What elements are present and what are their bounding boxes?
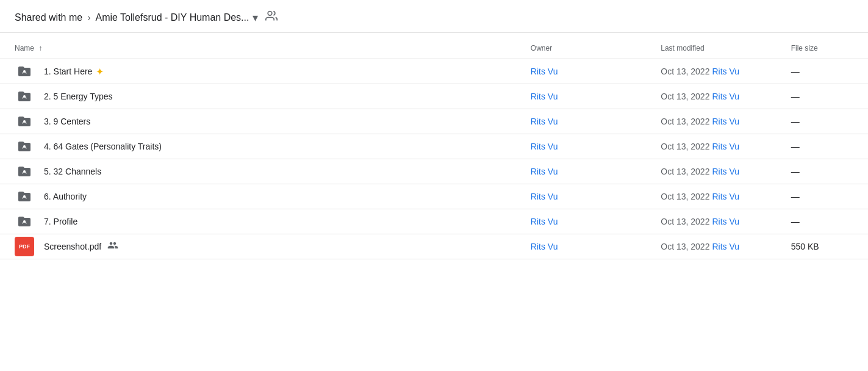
file-name-text: 4. 64 Gates (Personality Traits) — [44, 142, 162, 151]
cell-name: 6. Authority — [0, 184, 521, 209]
modified-user-link[interactable]: Rits Vu — [712, 67, 739, 76]
cell-modified: Oct 13, 2022Rits Vu — [651, 59, 781, 84]
cell-name: 1. Start Here✦ — [0, 59, 521, 84]
file-name-container: 4. 64 Gates (Personality Traits) — [0, 137, 521, 156]
folder-icon — [15, 87, 34, 106]
cell-modified: Oct 13, 2022Rits Vu — [651, 109, 781, 134]
folder-icon — [15, 62, 34, 81]
owner-link[interactable]: Rits Vu — [531, 117, 558, 126]
file-name-container: 5. 32 Channels — [0, 162, 521, 181]
table-row[interactable]: 1. Start Here✦Rits VuOct 13, 2022Rits Vu… — [0, 59, 868, 84]
cell-name: PDFScreenshot.pdf — [0, 234, 521, 259]
cell-name: 4. 64 Gates (Personality Traits) — [0, 134, 521, 159]
column-header-modified[interactable]: Last modified — [651, 38, 781, 59]
folder-icon — [15, 212, 34, 231]
svg-point-0 — [268, 12, 273, 16]
file-name-container: 7. Profile — [0, 212, 521, 231]
cell-modified: Oct 13, 2022Rits Vu — [651, 234, 781, 259]
breadcrumb-separator: › — [87, 12, 90, 23]
modified-date: Oct 13, 2022 — [661, 142, 709, 151]
file-name-container: 3. 9 Centers — [0, 112, 521, 131]
file-name-text: Screenshot.pdf — [44, 240, 118, 253]
cell-name: 5. 32 Channels — [0, 159, 521, 184]
cell-size: — — [781, 184, 868, 209]
modified-user-link[interactable]: Rits Vu — [712, 167, 739, 176]
cell-owner: Rits Vu — [521, 109, 651, 134]
cell-size: 550 KB — [781, 234, 868, 259]
cell-name: 7. Profile — [0, 209, 521, 234]
breadcrumb-people-icon — [265, 10, 278, 25]
modified-user-link[interactable]: Rits Vu — [712, 117, 739, 126]
file-name-text: 2. 5 Energy Types — [44, 92, 113, 101]
owner-link[interactable]: Rits Vu — [531, 242, 558, 251]
modified-user-link[interactable]: Rits Vu — [712, 242, 739, 251]
cell-size: — — [781, 159, 868, 184]
column-header-owner[interactable]: Owner — [521, 38, 651, 59]
owner-link[interactable]: Rits Vu — [531, 92, 558, 101]
cell-size: — — [781, 134, 868, 159]
owner-link[interactable]: Rits Vu — [531, 192, 558, 201]
column-header-name[interactable]: Name ↑ — [0, 38, 521, 59]
folder-icon — [15, 187, 34, 206]
pdf-icon: PDF — [15, 237, 34, 256]
cell-owner: Rits Vu — [521, 134, 651, 159]
cell-size: — — [781, 109, 868, 134]
file-name-container: 2. 5 Energy Types — [0, 87, 521, 106]
breadcrumb-bar: Shared with me › Amie Tollefsrud - DIY H… — [0, 0, 868, 33]
modified-date: Oct 13, 2022 — [661, 117, 709, 126]
table-row[interactable]: PDFScreenshot.pdf Rits VuOct 13, 2022Rit… — [0, 234, 868, 259]
modified-date: Oct 13, 2022 — [661, 242, 709, 251]
current-folder-name: Amie Tollefsrud - DIY Human Des... — [96, 12, 249, 23]
file-name-text: 3. 9 Centers — [44, 117, 90, 126]
folder-icon — [15, 137, 34, 156]
modified-user-link[interactable]: Rits Vu — [712, 92, 739, 101]
cell-modified: Oct 13, 2022Rits Vu — [651, 209, 781, 234]
cell-owner: Rits Vu — [521, 84, 651, 109]
cell-owner: Rits Vu — [521, 59, 651, 84]
modified-user-link[interactable]: Rits Vu — [712, 217, 739, 226]
breadcrumb-dropdown-icon[interactable]: ▾ — [253, 11, 258, 24]
modified-user-link[interactable]: Rits Vu — [712, 192, 739, 201]
table-row[interactable]: 7. ProfileRits VuOct 13, 2022Rits Vu— — [0, 209, 868, 234]
cell-size: — — [781, 209, 868, 234]
cell-size: — — [781, 84, 868, 109]
owner-link[interactable]: Rits Vu — [531, 167, 558, 176]
owner-link[interactable]: Rits Vu — [531, 142, 558, 151]
owner-link[interactable]: Rits Vu — [531, 67, 558, 76]
file-name-text: 1. Start Here✦ — [44, 66, 104, 77]
cell-modified: Oct 13, 2022Rits Vu — [651, 159, 781, 184]
cell-modified: Oct 13, 2022Rits Vu — [651, 134, 781, 159]
column-header-size[interactable]: File size — [781, 38, 868, 59]
file-name-text: 5. 32 Channels — [44, 167, 101, 176]
breadcrumb-current-folder: Amie Tollefsrud - DIY Human Des... ▾ — [96, 11, 259, 24]
modified-date: Oct 13, 2022 — [661, 217, 709, 226]
table-row[interactable]: 5. 32 ChannelsRits VuOct 13, 2022Rits Vu… — [0, 159, 868, 184]
table-row[interactable]: 6. AuthorityRits VuOct 13, 2022Rits Vu— — [0, 184, 868, 209]
cell-owner: Rits Vu — [521, 184, 651, 209]
cell-owner: Rits Vu — [521, 234, 651, 259]
file-name-text: 7. Profile — [44, 217, 77, 226]
sort-ascending-icon: ↑ — [38, 44, 42, 52]
breadcrumb-shared-with-me[interactable]: Shared with me — [15, 12, 82, 23]
file-table: Name ↑ Owner Last modified File size 1. … — [0, 38, 868, 259]
sparkle-icon: ✦ — [96, 66, 104, 77]
file-name-container: PDFScreenshot.pdf — [0, 237, 521, 256]
owner-link[interactable]: Rits Vu — [531, 217, 558, 226]
file-name-text: 6. Authority — [44, 192, 87, 201]
cell-owner: Rits Vu — [521, 209, 651, 234]
modified-date: Oct 13, 2022 — [661, 167, 709, 176]
table-row[interactable]: 3. 9 CentersRits VuOct 13, 2022Rits Vu— — [0, 109, 868, 134]
file-table-container: Name ↑ Owner Last modified File size 1. … — [0, 33, 868, 259]
table-row[interactable]: 2. 5 Energy TypesRits VuOct 13, 2022Rits… — [0, 84, 868, 109]
folder-icon — [15, 112, 34, 131]
modified-user-link[interactable]: Rits Vu — [712, 142, 739, 151]
table-row[interactable]: 4. 64 Gates (Personality Traits)Rits VuO… — [0, 134, 868, 159]
modified-date: Oct 13, 2022 — [661, 192, 709, 201]
file-name-container: 1. Start Here✦ — [0, 62, 521, 81]
modified-date: Oct 13, 2022 — [661, 67, 709, 76]
folder-icon — [15, 162, 34, 181]
file-name-container: 6. Authority — [0, 187, 521, 206]
cell-modified: Oct 13, 2022Rits Vu — [651, 84, 781, 109]
table-header-row: Name ↑ Owner Last modified File size — [0, 38, 868, 59]
cell-name: 2. 5 Energy Types — [0, 84, 521, 109]
